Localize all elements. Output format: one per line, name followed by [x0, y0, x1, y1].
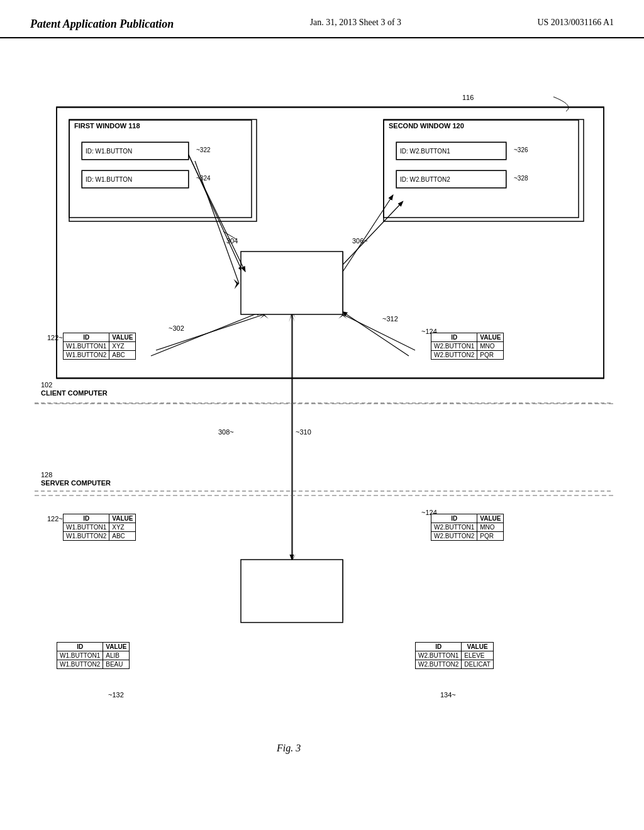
svg-line-10 — [189, 155, 242, 271]
table-row: W1.BUTTON2BEAU — [57, 660, 130, 669]
svg-line-12 — [151, 312, 261, 356]
publication-label: Patent Application Publication — [30, 18, 174, 31]
ref-322: ~322 — [196, 147, 211, 153]
table-row: W1.BUTTON1XYZ — [64, 342, 136, 351]
button-328-label: ID: W2.BUTTON2 — [400, 176, 450, 183]
embedded-db-box: EMBEDDED CONTENT DATABASE 110 — [242, 252, 343, 312]
embedded-db-line2: CONTENT — [275, 275, 309, 282]
table-row: W2.BUTTON2PQR — [431, 351, 504, 360]
table-124-server: IDVALUEW2.BUTTON1MNOW2.BUTTON2PQR — [431, 514, 504, 541]
embedded-db-line3: DATABASE — [274, 282, 311, 290]
arrow-306-label: 306~ — [352, 237, 368, 245]
table-row: W1.BUTTON1ALIB — [57, 651, 130, 660]
content-db-line2: DATABASE — [274, 587, 311, 594]
table-row: W1.BUTTON1XYZ — [64, 523, 136, 532]
svg-marker-9 — [233, 279, 239, 289]
second-window-label: SECOND WINDOW 120 — [389, 122, 464, 130]
page-header: Patent Application Publication Jan. 31, … — [0, 0, 644, 38]
date-sheet-label: Jan. 31, 2013 Sheet 3 of 3 — [310, 18, 401, 28]
svg-line-11 — [343, 202, 402, 265]
ref-328: ~328 — [514, 175, 528, 182]
ref-132: ~132 — [108, 691, 124, 699]
arrow-302-label: ~302 — [169, 324, 184, 332]
ref-122-client: 122~ — [47, 334, 63, 341]
table-row: W2.BUTTON1MNO — [431, 342, 504, 351]
table-134: IDVALUEW2.BUTTON1ELEVEW2.BUTTON2DELICAT — [415, 642, 494, 669]
table-row: W2.BUTTON2DELICAT — [416, 660, 494, 669]
ref-102: 102 — [41, 381, 52, 389]
table-122-server: IDVALUEW1.BUTTON1XYZW1.BUTTON2ABC — [63, 514, 136, 541]
arrow-312-label: ~312 — [382, 315, 398, 323]
button-322-label: ID: W1.BUTTON — [86, 148, 132, 155]
server-computer-label: SERVER COMPUTER — [41, 479, 111, 487]
ref-324: ~324 — [196, 175, 211, 182]
first-window-label: FIRST WINDOW 118 — [74, 122, 140, 130]
content-db-num: 130 — [287, 594, 298, 602]
button-326-label: ID: W2.BUTTON1 — [400, 148, 450, 155]
content-db-line1: CONTENT — [275, 579, 309, 587]
button-324-label: ID: W1.BUTTON — [86, 176, 132, 183]
table-row: W1.BUTTON2ABC — [64, 351, 136, 360]
svg-marker-15 — [289, 312, 296, 318]
embedded-db-line1: EMBEDDED — [273, 267, 313, 275]
table-132: IDVALUEW1.BUTTON1ALIBW1.BUTTON2BEAU — [57, 642, 130, 669]
arrow-304-label: 304 — [226, 237, 238, 245]
table-row: W2.BUTTON2PQR — [431, 532, 504, 541]
diagram-area: 116 FIRST WINDOW 118 ID: W1.BUTTON ~322 … — [0, 38, 644, 805]
fig-caption: Fig. 3 — [277, 743, 301, 754]
ref-122-server: 122~ — [47, 515, 63, 523]
ref-326: ~326 — [514, 147, 528, 153]
arrow-308-label: 308~ — [218, 428, 234, 436]
arrow-310-label: ~310 — [296, 428, 311, 436]
client-computer-label: CLIENT COMPUTER — [41, 389, 108, 397]
embedded-db-num: 110 — [287, 290, 298, 297]
button-324-box: ID: W1.BUTTON — [82, 170, 189, 188]
svg-line-13 — [343, 312, 409, 356]
svg-rect-1 — [69, 120, 252, 218]
button-326-box: ID: W2.BUTTON1 — [396, 142, 506, 160]
ref-128: 128 — [41, 471, 52, 479]
table-row: W2.BUTTON1MNO — [431, 523, 504, 532]
table-124-client: IDVALUEW2.BUTTON1MNOW2.BUTTON2PQR — [431, 333, 504, 360]
ref-134: 134~ — [440, 691, 456, 699]
button-322-box: ID: W1.BUTTON — [82, 142, 189, 160]
ref-116: 116 — [462, 94, 474, 101]
table-row: W2.BUTTON1ELEVE — [416, 651, 494, 660]
content-db-box: CONTENT DATABASE 130 — [242, 560, 343, 620]
patent-number-label: US 2013/0031166 A1 — [537, 18, 614, 28]
table-122-client: IDVALUEW1.BUTTON1XYZW1.BUTTON2ABC — [63, 333, 136, 360]
table-row: W1.BUTTON2ABC — [64, 532, 136, 541]
svg-marker-17 — [289, 554, 296, 560]
svg-rect-2 — [384, 120, 579, 218]
button-328-box: ID: W2.BUTTON2 — [396, 170, 506, 188]
